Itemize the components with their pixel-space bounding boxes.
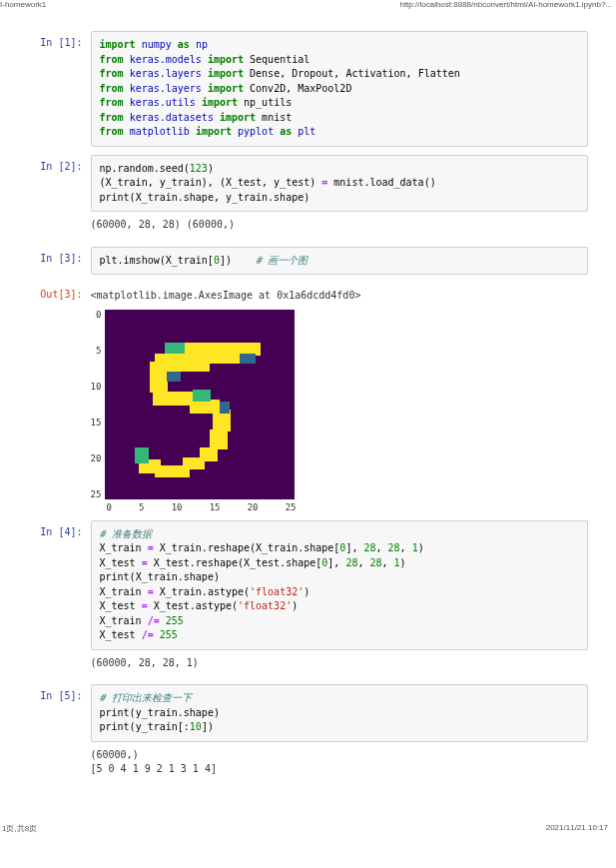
- code-4[interactable]: # 准备数据 X_train = X_train.reshape(X_train…: [91, 520, 588, 650]
- code-2[interactable]: np.random.seed(123) (X_train, y_train), …: [91, 155, 588, 213]
- ytick: 5: [96, 346, 101, 356]
- xtick: 20: [248, 502, 259, 512]
- output-5: (60000,) [5 0 4 1 9 2 1 3 1 4]: [91, 742, 588, 783]
- cell-1: In [1]: import numpy as np from keras.mo…: [29, 31, 588, 147]
- plot-y-axis: 0 5 10 15 20 25: [91, 310, 106, 499]
- cell-2: In [2]: np.random.seed(123) (X_train, y_…: [29, 155, 588, 239]
- ytick: 0: [96, 310, 101, 320]
- output-4: (60000, 28, 28, 1): [91, 650, 588, 677]
- footer-left: 1页,共8页: [2, 823, 37, 834]
- ytick: 25: [91, 489, 102, 499]
- code-1[interactable]: import numpy as np from keras.models imp…: [91, 31, 588, 147]
- xtick: 10: [172, 502, 183, 512]
- plot-image: [105, 310, 295, 499]
- code-3[interactable]: plt.imshow(X_train[0]) # 画一个图: [91, 247, 588, 276]
- cell-3: In [3]: plt.imshow(X_train[0]) # 画一个图: [29, 247, 588, 276]
- page-header: I-homework1 http://localhost:8888/nbconv…: [0, 0, 616, 11]
- prompt-in-4: In [4]:: [29, 520, 91, 677]
- prompt-out-3: Out[3]:: [29, 283, 91, 512]
- notebook: In [1]: import numpy as np from keras.mo…: [29, 31, 588, 783]
- ytick: 10: [91, 382, 102, 392]
- prompt-in-5: In [5]:: [29, 684, 91, 783]
- xtick: 25: [286, 502, 297, 512]
- prompt-in-2: In [2]:: [29, 155, 91, 239]
- footer-right: 2021/11/21 10:17: [546, 823, 608, 834]
- cell-5: In [5]: # 打印出来检查一下 print(y_train.shape) …: [29, 684, 588, 783]
- xtick: 15: [210, 502, 221, 512]
- cell-3-out: Out[3]: <matplotlib.image.AxesImage at 0…: [29, 283, 588, 512]
- xtick: 0: [107, 502, 112, 512]
- cell-4: In [4]: # 准备数据 X_train = X_train.reshape…: [29, 520, 588, 677]
- prompt-in-1: In [1]:: [29, 31, 91, 147]
- prompt-in-3: In [3]:: [29, 247, 91, 276]
- ytick: 20: [91, 453, 102, 463]
- page-footer: 1页,共8页 2021/11/21 10:17: [0, 823, 616, 836]
- plot-x-axis: 0 5 10 15 20 25: [107, 499, 297, 512]
- header-left: I-homework1: [0, 0, 46, 9]
- output-2: (60000, 28, 28) (60000,): [91, 212, 588, 239]
- xtick: 5: [139, 502, 144, 512]
- code-5[interactable]: # 打印出来检查一下 print(y_train.shape) print(y_…: [91, 684, 588, 742]
- output-3-text: <matplotlib.image.AxesImage at 0x1a6dcdd…: [91, 283, 588, 310]
- ytick: 15: [91, 418, 102, 428]
- mnist-plot: 0 5 10 15 20 25: [91, 310, 297, 512]
- header-right: http://localhost:8888/nbconvert/html/AI-…: [399, 0, 612, 9]
